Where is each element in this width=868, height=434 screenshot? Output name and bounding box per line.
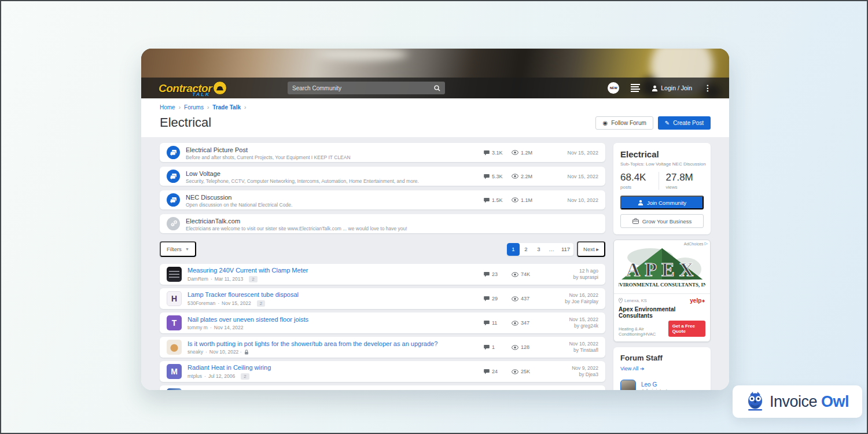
section-title[interactable]: Electrical Picture Post — [186, 146, 248, 153]
replies-icon — [484, 271, 490, 277]
staff-avatar[interactable] — [620, 380, 636, 390]
thread-replies: 1 — [484, 344, 512, 350]
thread-author-avatar[interactable]: M — [167, 364, 182, 379]
join-community-button[interactable]: Join Community — [620, 196, 704, 209]
forum-section-row[interactable]: Electrical Picture Post Before and after… — [160, 143, 605, 162]
thread-row[interactable]: H Lamp Tracker flourescent tube disposal… — [160, 288, 605, 309]
ad-location: Lenexa, KS — [624, 298, 647, 303]
yelp-logo: yelp✶ — [690, 297, 705, 304]
section-description: Open discussion on the National Electric… — [186, 202, 484, 208]
forum-section-row[interactable]: NEC Discussion Open discussion on the Na… — [160, 190, 605, 209]
thread-last-poster[interactable]: by supraspi — [573, 274, 598, 280]
thread-last-poster[interactable]: by greg24k — [574, 323, 598, 329]
thread-row[interactable]: Measuring 240V Current with Clamp Meter … — [160, 264, 605, 285]
thread-author-avatar[interactable] — [167, 267, 182, 282]
thread-date: Jul 12, 2006 — [208, 373, 235, 379]
thread-page-badge[interactable]: 2 — [249, 276, 257, 282]
thread-last-activity: Nov 16, 2022 by Joe Fairplay — [545, 292, 598, 306]
search-input[interactable] — [292, 85, 434, 91]
thread-author-avatar[interactable]: H — [167, 291, 182, 306]
thread-views: 437 — [512, 296, 545, 301]
location-pin-icon — [619, 298, 623, 303]
thread-author[interactable]: DamRem — [187, 276, 208, 282]
thread-title-link[interactable]: Measuring 240V Current with Clamp Meter — [187, 266, 484, 275]
adchoices-label[interactable]: AdChoices▷ — [614, 240, 710, 246]
forum-section-row[interactable]: ElectricianTalk.com Electricians are wel… — [160, 214, 605, 233]
view-all-link[interactable]: View All ➔ — [620, 366, 644, 372]
thread-author-avatar[interactable]: T — [167, 315, 182, 330]
staff-name[interactable]: Leo G — [641, 381, 672, 388]
logo-talk-text: TALK — [192, 91, 210, 97]
breadcrumb-home[interactable]: Home — [160, 104, 175, 111]
thread-row[interactable]: Old switch · 4 — [160, 385, 605, 390]
ad-business-name[interactable]: Apex Environmental Consultants — [619, 306, 705, 319]
thread-page-badge[interactable]: 2 — [241, 373, 249, 380]
replies-icon — [484, 150, 490, 156]
thread-last-poster[interactable]: by Tinstaafl — [573, 347, 598, 353]
thread-author-avatar[interactable] — [167, 340, 182, 355]
site-logo[interactable]: Contractor TALK — [159, 81, 237, 95]
section-title[interactable]: ElectricianTalk.com — [186, 218, 240, 225]
section-views: 1.1M — [512, 197, 545, 203]
replies-icon — [484, 174, 490, 179]
section-description: Security, Telephone, CCTV, Computer Netw… — [186, 178, 484, 185]
section-description: Before and after shots, Current Projects… — [186, 155, 484, 161]
header-banner: Contractor TALK NEW Login / Join ⋮ — [141, 49, 729, 98]
thread-page-badge[interactable]: 2 — [257, 300, 265, 307]
thread-author[interactable]: sneaky — [187, 349, 203, 355]
thread-title-link[interactable]: Lamp Tracker flourescent tube disposal — [187, 290, 484, 299]
login-join-button[interactable]: Login / Join — [652, 84, 692, 91]
thread-replies: 29 — [484, 296, 512, 301]
thread-title-link[interactable]: Radiant Heat in Ceiling wiring — [187, 363, 484, 372]
thread-title-link[interactable]: Nail plates over uneven sistered floor j… — [187, 315, 484, 324]
forum-section-row[interactable]: Low Voltage Security, Telephone, CCTV, C… — [160, 167, 605, 186]
thread-author[interactable]: 530Foreman — [187, 300, 215, 306]
invoice-owl-watermark: Invoice Owl — [733, 385, 862, 418]
views-icon — [512, 296, 518, 301]
follow-icon: ◉ — [602, 120, 608, 126]
thread-author-avatar[interactable] — [167, 388, 182, 390]
section-title[interactable]: Low Voltage — [186, 170, 220, 177]
search-icon[interactable] — [434, 85, 440, 91]
follow-forum-button[interactable]: ◉ Follow Forum — [595, 116, 653, 130]
create-post-button[interactable]: ✎ Create Post — [658, 116, 711, 130]
page-button-last[interactable]: 117 — [558, 243, 573, 256]
forum-list-icon[interactable] — [631, 84, 640, 92]
thread-row[interactable]: T Nail plates over uneven sistered floor… — [160, 312, 605, 333]
forum-page-card: Contractor TALK NEW Login / Join ⋮ — [141, 49, 729, 390]
breadcrumb-trade-talk[interactable]: Trade Talk — [212, 104, 241, 111]
section-replies: 3.1K — [484, 150, 512, 156]
thread-author[interactable]: tommy m — [187, 325, 208, 330]
posts-label: posts — [620, 185, 659, 190]
breadcrumb-forums[interactable]: Forums — [184, 104, 204, 111]
section-title[interactable]: NEC Discussion — [186, 194, 231, 201]
replies-icon — [484, 369, 490, 374]
grow-business-button[interactable]: Grow Your Business — [620, 214, 704, 228]
new-badge[interactable]: NEW — [608, 82, 619, 94]
section-last-date: Nov 15, 2022 — [545, 174, 598, 179]
get-quote-button[interactable]: Get a Free Quote — [668, 321, 705, 337]
page-ellipsis: … — [545, 243, 558, 256]
staff-member-row[interactable]: Leo G Administrator — [620, 380, 704, 390]
thread-last-poster[interactable]: by Joe Fairplay — [565, 299, 598, 304]
thread-last-poster[interactable]: by Djea3 — [579, 372, 598, 377]
thread-title-link[interactable]: Is it worth putting in pot lights for th… — [187, 340, 484, 348]
section-last-date: Nov 15, 2022 — [545, 150, 598, 156]
forum-info-title: Electrical — [620, 149, 704, 159]
search-bar[interactable] — [288, 82, 445, 94]
watermark-owl: Owl — [821, 393, 849, 410]
thread-author[interactable]: mtplus — [187, 373, 202, 379]
section-last-date: Nov 10, 2022 — [545, 197, 598, 203]
thread-row[interactable]: M Radiant Heat in Ceiling wiring mtplus … — [160, 361, 605, 382]
filters-button[interactable]: Filters ▼ — [160, 241, 196, 257]
advertisement[interactable]: AdChoices▷ APEX ENVIRONMENTAL CONSULTANT… — [613, 240, 711, 342]
page-button-3[interactable]: 3 — [532, 243, 545, 256]
page-button-1[interactable]: 1 — [507, 243, 520, 256]
page-button-2[interactable]: 2 — [520, 243, 532, 256]
thread-row[interactable]: Is it worth putting in pot lights for th… — [160, 337, 605, 358]
kebab-menu-icon[interactable]: ⋮ — [704, 84, 712, 92]
next-page-button[interactable]: Next ▸ — [577, 241, 605, 257]
forum-staff-title: Forum Staff — [620, 354, 704, 362]
thread-date: Mar 11, 2013 — [215, 276, 243, 282]
views-icon — [512, 345, 518, 350]
